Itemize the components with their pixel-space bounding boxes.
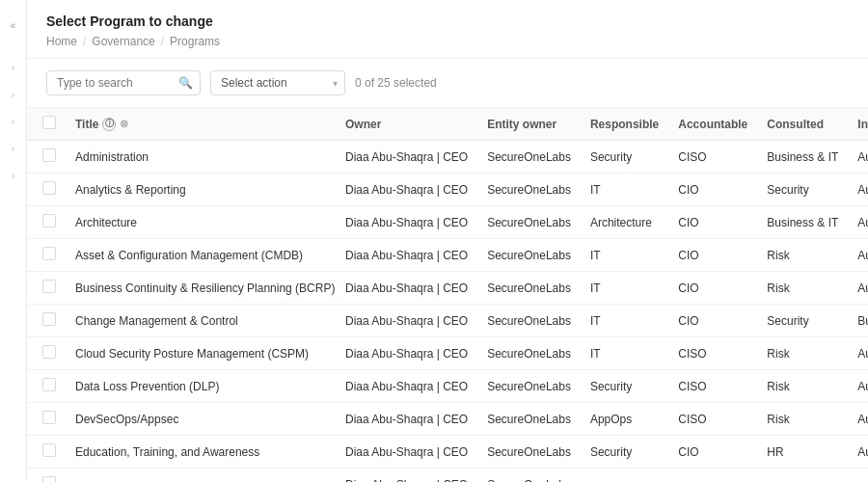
table-row: Data Loss Prevention (DLP) Diaa Abu-Shaq… <box>27 370 868 403</box>
row-checkbox[interactable] <box>42 345 56 359</box>
row-responsible: Security <box>581 141 668 174</box>
sidebar-collapse-button[interactable]: « <box>4 15 23 35</box>
row-checkbox[interactable] <box>42 411 56 424</box>
row-title: DevSecOps/Appsec <box>66 403 336 436</box>
select-all-checkbox[interactable] <box>42 116 56 129</box>
info-icon[interactable]: ⓘ <box>102 118 116 131</box>
row-informed: Audit <box>848 141 868 174</box>
search-wrap: 🔍 <box>46 70 201 95</box>
row-consulted: Risk <box>757 239 848 272</box>
row-title: Business Continuity & Resiliency Plannin… <box>66 272 336 305</box>
row-entity-owner: SecureOneLabs <box>477 272 581 305</box>
row-entity-owner: SecureOneLabs <box>477 370 581 403</box>
row-owner: Diaa Abu-Shaqra | CEO <box>336 272 477 305</box>
row-accountable <box>668 469 757 483</box>
row-checkbox[interactable] <box>42 214 56 228</box>
th-title: Title ⓘ ⊗ <box>66 108 336 141</box>
row-checkbox-cell <box>27 370 66 403</box>
row-entity-owner: SecureOneLabs <box>477 206 581 239</box>
row-checkbox-cell <box>27 469 66 483</box>
table-row: Change Management & Control Diaa Abu-Sha… <box>27 305 868 337</box>
row-responsible: AppOps <box>581 403 668 436</box>
row-accountable: CISO <box>668 370 757 403</box>
table-row: Education, Training, and Awareness Diaa … <box>27 436 868 469</box>
row-informed <box>848 469 868 483</box>
row-checkbox-cell <box>27 174 66 206</box>
row-accountable: CIO <box>668 239 757 272</box>
search-input[interactable] <box>46 70 201 95</box>
row-checkbox[interactable] <box>42 378 56 391</box>
reset-icon[interactable]: ⊗ <box>120 118 128 130</box>
row-title: Education, Training, and Awareness <box>66 436 336 469</box>
row-entity-owner: SecureOneLabs <box>477 403 581 436</box>
row-entity-owner: SecureOneLabs <box>477 239 581 272</box>
row-accountable: CIO <box>668 174 757 206</box>
sidebar-arrow-4[interactable]: › <box>4 139 23 158</box>
row-title: Cloud Security Posture Management (CSPM) <box>66 337 336 370</box>
row-informed: Audit <box>848 436 868 469</box>
row-checkbox[interactable] <box>42 476 56 482</box>
row-accountable: CISO <box>668 403 757 436</box>
row-entity-owner: SecureOneLabs <box>477 436 581 469</box>
sidebar-arrow-5[interactable]: › <box>4 166 23 185</box>
row-checkbox[interactable] <box>42 312 56 326</box>
row-consulted: Business & IT <box>757 141 848 174</box>
th-checkbox <box>27 108 66 141</box>
row-owner: Diaa Abu-Shaqra | CEO <box>336 305 477 337</box>
row-checkbox[interactable] <box>42 148 56 162</box>
row-accountable: CIO <box>668 436 757 469</box>
row-accountable: CIO <box>668 305 757 337</box>
table-header-row: Title ⓘ ⊗ Owner Entity owner Responsible… <box>27 108 868 141</box>
breadcrumb-sep-2: / <box>161 35 164 48</box>
row-title: Data Loss Prevention (DLP) <box>66 370 336 403</box>
title-header-icons: Title ⓘ ⊗ <box>75 118 128 131</box>
row-informed: Audit <box>848 206 868 239</box>
row-consulted: HR <box>757 436 848 469</box>
row-title: Change Management & Control <box>66 305 336 337</box>
row-responsible <box>581 469 668 483</box>
table-row: Analytics & Reporting Diaa Abu-Shaqra | … <box>27 174 868 206</box>
row-owner: Diaa Abu-Shaqra | CEO <box>336 403 477 436</box>
row-responsible: IT <box>581 337 668 370</box>
row-entity-owner: SecureOneLabs <box>477 305 581 337</box>
row-responsible: IT <box>581 239 668 272</box>
row-checkbox-cell <box>27 305 66 337</box>
row-owner: Diaa Abu-Shaqra | CEO <box>336 206 477 239</box>
select-action-wrap: Select action ▾ <box>210 70 345 95</box>
row-owner: Diaa Abu-Shaqra | CEO <box>336 141 477 174</box>
row-responsible: IT <box>581 305 668 337</box>
row-consulted: Risk <box>757 272 848 305</box>
row-informed: Audit <box>848 174 868 206</box>
select-action-dropdown[interactable]: Select action <box>210 70 345 95</box>
breadcrumb-home[interactable]: Home <box>46 35 77 48</box>
row-owner: Diaa Abu-Shaqra | CEO <box>336 436 477 469</box>
breadcrumb: Home / Governance / Programs <box>46 35 849 48</box>
sidebar-arrow-2[interactable]: › <box>4 85 23 104</box>
sidebar-arrow-3[interactable]: › <box>4 112 23 131</box>
row-owner: Diaa Abu-Shaqra | CEO <box>336 239 477 272</box>
programs-table: Title ⓘ ⊗ Owner Entity owner Responsible… <box>27 108 868 482</box>
row-owner: Diaa Abu-Shaqra | CEO <box>336 469 477 483</box>
row-checkbox-cell <box>27 206 66 239</box>
row-informed: Audit <box>848 370 868 403</box>
breadcrumb-governance[interactable]: Governance <box>92 35 154 48</box>
row-consulted: Security <box>757 305 848 337</box>
row-checkbox-cell <box>27 403 66 436</box>
page-title: Select Program to change <box>46 13 849 29</box>
table-row: Architecture Diaa Abu-Shaqra | CEO Secur… <box>27 206 868 239</box>
row-checkbox[interactable] <box>42 181 56 195</box>
row-checkbox[interactable] <box>42 280 56 293</box>
th-consulted: Consulted <box>757 108 848 141</box>
row-title: Analytics & Reporting <box>66 174 336 206</box>
th-entity-owner: Entity owner <box>477 108 581 141</box>
row-title: Administration <box>66 141 336 174</box>
page-header: Select Program to change Home / Governan… <box>27 0 868 59</box>
table-row: DevSecOps/Appsec Diaa Abu-Shaqra | CEO S… <box>27 403 868 436</box>
row-accountable: CISO <box>668 141 757 174</box>
row-checkbox[interactable] <box>42 443 56 457</box>
row-checkbox[interactable] <box>42 247 56 260</box>
row-responsible: Security <box>581 436 668 469</box>
sidebar-arrow-1[interactable]: › <box>4 58 23 77</box>
row-title <box>66 469 336 483</box>
table-body: Administration Diaa Abu-Shaqra | CEO Sec… <box>27 141 868 483</box>
